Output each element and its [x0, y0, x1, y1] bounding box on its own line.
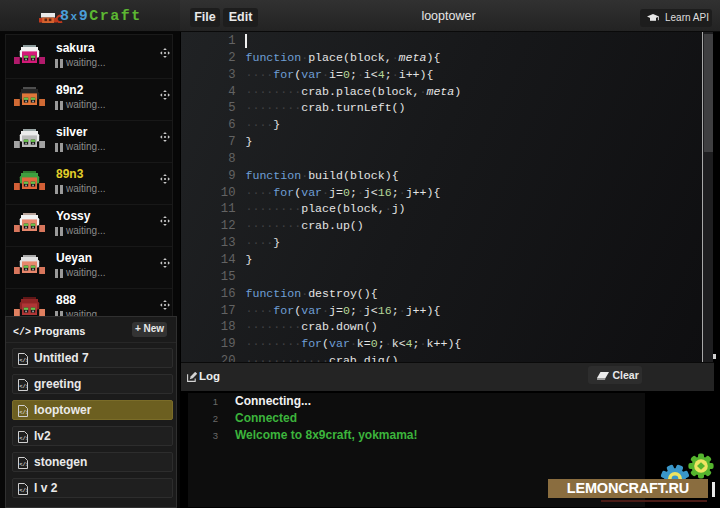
svg-text:</>: </> — [19, 435, 28, 442]
svg-text:</>: </> — [19, 461, 28, 468]
svg-text:</>: </> — [19, 357, 28, 364]
svg-text:</>: </> — [19, 383, 28, 390]
svg-text:</>: </> — [19, 409, 28, 416]
svg-text:</>: </> — [19, 487, 28, 494]
